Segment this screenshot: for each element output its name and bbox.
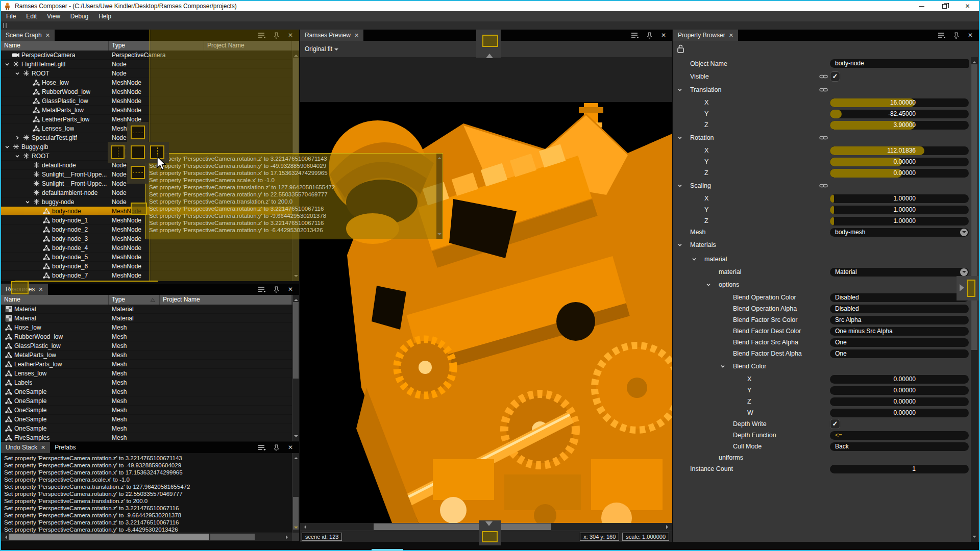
slider-field[interactable]: 0.00000 [830, 169, 969, 178]
chevron-down-icon[interactable] [692, 255, 698, 264]
tab-close-icon[interactable]: ✕ [41, 444, 45, 451]
panel-close-icon[interactable]: ✕ [966, 32, 974, 39]
menu-item-debug[interactable]: Debug [65, 13, 93, 20]
slider-field[interactable]: 1.00000 [830, 206, 969, 214]
column-header[interactable]: Name [1, 295, 109, 305]
list-item[interactable]: MetalParts_lowMesh [1, 350, 292, 360]
menu-item-help[interactable]: Help [93, 13, 116, 20]
toolbar-grip-icon[interactable] [3, 23, 7, 28]
tab-undo-stack[interactable]: Undo Stack✕ [1, 442, 50, 453]
undo-hscrollbar[interactable] [1, 533, 292, 541]
tab-close-icon[interactable]: ✕ [45, 32, 50, 39]
panel-menu-icon[interactable] [938, 32, 946, 39]
chevron-down-icon[interactable] [720, 362, 726, 371]
link-icon[interactable] [819, 133, 828, 142]
chevron-down-icon[interactable] [960, 268, 968, 276]
menu-item-view[interactable]: View [42, 13, 65, 20]
list-item[interactable]: OneSampleMesh [1, 396, 292, 406]
value-field[interactable]: <= [830, 431, 969, 440]
chevron-down-icon[interactable] [3, 61, 11, 68]
minimize-button[interactable] [910, 1, 933, 11]
checkbox[interactable]: ✓ [830, 419, 840, 429]
menu-item-edit[interactable]: Edit [21, 13, 42, 20]
chevron-down-icon[interactable] [3, 143, 11, 151]
slider-field[interactable]: 112.01836 [830, 146, 969, 155]
autohide-left-icon[interactable] [11, 281, 29, 294]
chevron-down-icon[interactable] [677, 181, 683, 190]
link-icon[interactable] [819, 85, 828, 94]
lock-open-icon[interactable] [677, 44, 684, 53]
link-icon[interactable] [819, 72, 828, 81]
list-item[interactable]: MaterialMaterial [1, 305, 292, 314]
chevron-down-icon[interactable] [960, 229, 968, 236]
list-item[interactable]: Hose_lowMesh [1, 323, 292, 332]
value-field[interactable]: Disabled [830, 305, 969, 313]
dropdown-field[interactable]: Material [830, 268, 969, 277]
panel-pin-icon[interactable] [645, 32, 653, 39]
panel-close-icon[interactable]: ✕ [659, 32, 668, 39]
resources-scrollbar[interactable] [292, 295, 299, 441]
list-item[interactable]: OneSampleMesh [1, 424, 292, 433]
column-header[interactable]: Name [1, 41, 109, 51]
slider-field[interactable]: 1.00000 [830, 217, 969, 226]
value-field[interactable]: Disabled [830, 293, 969, 302]
value-field[interactable]: One [830, 338, 969, 347]
slider-field[interactable]: 3.90000 [830, 121, 969, 130]
slider-field[interactable]: 16.00000 [830, 98, 969, 107]
value-field[interactable]: One [830, 349, 969, 358]
slider-field[interactable]: 0.00000 [830, 375, 969, 384]
preview-canvas[interactable] [300, 57, 672, 523]
tab-scene-graph[interactable]: Scene Graph✕ [1, 30, 55, 41]
drop-bottom-icon[interactable] [131, 166, 145, 179]
chevron-down-icon[interactable] [677, 133, 683, 142]
tab-prefabs[interactable]: Prefabs [50, 442, 80, 453]
dropdown-field[interactable]: body-mesh [830, 228, 969, 237]
slider-field[interactable]: -82.45000 [830, 110, 969, 118]
column-header[interactable]: Type [109, 295, 160, 305]
list-item[interactable]: LabelsMesh [1, 378, 292, 387]
column-header[interactable]: Project Name [160, 295, 292, 305]
undo-vscrollbar[interactable] [292, 453, 299, 533]
autohide-right-icon[interactable] [967, 280, 975, 297]
maximize-button[interactable] [933, 1, 956, 11]
list-item[interactable]: RubberWood_lowMesh [1, 332, 292, 341]
list-item[interactable]: MaterialMaterial [1, 314, 292, 323]
list-item[interactable]: Lenses_lowMesh [1, 369, 292, 378]
panel-pin-icon[interactable] [272, 286, 280, 293]
list-item[interactable]: OneSampleMesh [1, 406, 292, 415]
chevron-down-icon[interactable] [677, 240, 683, 249]
slider-field[interactable]: 0.00000 [830, 397, 969, 406]
list-item[interactable]: FiveSamplesMesh [1, 433, 292, 441]
list-item[interactable]: GlassPlastic_lowMesh [1, 341, 292, 350]
panel-pin-icon[interactable] [272, 444, 280, 451]
value-field[interactable]: One minus Src Alpha [830, 327, 969, 336]
slider-field[interactable]: 0.00000 [830, 409, 969, 417]
panel-menu-icon[interactable] [631, 32, 639, 39]
tab-close-icon[interactable]: ✕ [729, 32, 733, 39]
chevron-down-icon[interactable] [706, 280, 712, 289]
undo-log[interactable]: Set property 'PerspectiveCamera.rotation… [4, 455, 190, 533]
tab-property-browser[interactable]: Property Browser✕ [673, 30, 738, 41]
tab-close-icon[interactable]: ✕ [354, 32, 359, 39]
slider-field[interactable]: 1.00000 [830, 194, 969, 203]
list-item[interactable]: LeatherParts_lowMesh [1, 360, 292, 369]
slider-field[interactable]: 0.00000 [830, 158, 969, 166]
panel-menu-icon[interactable] [258, 286, 266, 293]
drop-left-icon[interactable] [111, 145, 125, 159]
menu-item-file[interactable]: File [1, 13, 21, 20]
value-field[interactable]: body-node [830, 59, 969, 68]
drop-center-icon[interactable] [131, 145, 145, 159]
tab-close-icon[interactable]: ✕ [38, 286, 43, 293]
autohide-left-icon[interactable] [131, 203, 147, 215]
checkbox[interactable]: ✓ [830, 71, 840, 82]
chevron-down-icon[interactable] [13, 70, 21, 77]
slider-field[interactable]: 1 [830, 465, 969, 473]
panel-pin-icon[interactable] [952, 32, 960, 39]
chevron-right-icon[interactable] [13, 134, 21, 141]
panel-close-icon[interactable]: ✕ [286, 444, 295, 451]
link-icon[interactable] [819, 181, 828, 190]
value-field[interactable]: Src Alpha [830, 316, 969, 324]
list-item[interactable]: OneSampleMesh [1, 387, 292, 396]
fit-mode-dropdown[interactable]: Original fit [305, 45, 332, 53]
titlebar[interactable]: Ramses Composer - (C:/Users/Uwe Kindler/… [1, 1, 979, 11]
